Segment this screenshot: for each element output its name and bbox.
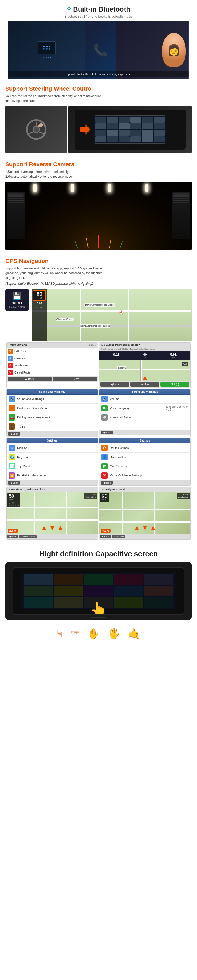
nav-avoidances[interactable]: ⚠ Avoidances (6, 362, 98, 369)
map-left-display: 50 km/h 24 km Avg speed 23 km destinatio… (6, 492, 98, 534)
route-metrics: 0:28 40 km 5.91 km (99, 352, 191, 360)
route-detail-buttons: ◀Back ⋯More Go! (6) (99, 381, 191, 388)
route-detail-panel: 1-Y Dachno-Meshchersky proezd= Meshchers… (99, 342, 191, 388)
settings-row-display[interactable]: 🖥 Display (6, 443, 98, 453)
touch-hand-icon: 👆 (90, 601, 108, 615)
bluetooth-subtitle: Bluetooth call / phone book / Bluetooth … (8, 14, 189, 18)
route-back-button[interactable]: ◀Back (100, 382, 129, 387)
avoidances-icon: ⚠ (8, 363, 13, 368)
map-left-hud: 50 km/h 24 km Avg speed (7, 493, 21, 508)
side-camera-right (172, 192, 191, 239)
reverse-camera-image (5, 181, 192, 250)
settings-row-driving[interactable]: 🚗 Driving time management (6, 413, 98, 422)
map-right-bottom-bar: ◀Back 23 km · fast (99, 534, 191, 539)
nav-overview[interactable]: ⊞ Overview (6, 355, 98, 362)
steering-desc: You can control the car multimedia from … (5, 94, 192, 103)
back-button[interactable]: ◀Back (8, 377, 52, 382)
reverse-section: Support Reverse Camera 1.Support reversi… (0, 157, 197, 254)
map-nav-left-panel: » Tverskaya Ul, Sadovoe Kol'tso 50 km/h … (6, 487, 98, 539)
sound-left-back-button[interactable]: ◀Back (8, 432, 20, 436)
sound-right-back-bar: ◀Back (99, 430, 191, 435)
map-right-back-button[interactable]: ◀Back (100, 535, 111, 538)
settings-left-panel: Settings 🖥 Display 🌍 Regional 📊 Trip Mon… (6, 438, 98, 486)
voice-lang-icon: 🗣 (102, 405, 108, 411)
route-detail-header: 1-Y Dachno-Meshchersky proezd= Meshchers… (99, 342, 191, 352)
map-right-arrows: ↑ ↓ ↑ (135, 526, 155, 533)
settings-left-back-bar: ◀Back (6, 480, 98, 485)
map-right-background: 6D km/h 23 km destination ↑ (99, 492, 191, 534)
sound-warnings-right-header: Sound and Warnings (99, 389, 191, 395)
advanced-icon: ⚙ (102, 414, 108, 420)
touch-gesture-hand-icon: ✋ (87, 628, 100, 640)
volume-icon: 🔉 (102, 396, 108, 402)
settings-row-voice-lang[interactable]: 🗣 Voice Language English (US) - Amyv1.5 (99, 404, 191, 413)
map-background: Davit Agmashenebeli Street Chavdze Stree… (32, 289, 192, 341)
reverse-point2: 2.Reverse automatically enter the revers… (5, 174, 192, 179)
bluetooth-icon: ⚲ (67, 6, 71, 13)
bluetooth-title: ⚲ Built-in Bluetooth (8, 5, 189, 13)
bluetooth-section: ⚲ Built-in Bluetooth Bluetooth call / ph… (0, 0, 197, 81)
settings-row-volume[interactable]: 🔉 Volume (99, 395, 191, 404)
trip-icon: 📊 (9, 463, 15, 469)
settings-right-panel: Settings 🗺 Route Settings 👤 User profile… (99, 438, 191, 486)
street-label-3: Davit Agmashenebeli Street (79, 325, 110, 328)
gps-desc: Support both online and off-line navi ap… (5, 266, 192, 280)
map-settings-icon: 🗺 (102, 463, 108, 469)
settings-row-sound[interactable]: 🔊 Sound and Warnings (6, 395, 98, 404)
sound-right-back-button[interactable]: ◀Back (101, 431, 113, 434)
settings-row-bandwidth[interactable]: 📶 Bandwidth Management (6, 471, 98, 480)
settings-row-regional[interactable]: 🌍 Regional (6, 453, 98, 462)
distance-label-right: 450 m (101, 529, 111, 533)
settings-right-back-button[interactable]: ◀Back (101, 481, 113, 485)
map-left-bottom-bar: ◀Back 24 km/h · 23 km (6, 534, 98, 539)
arrow-right-icon (58, 526, 62, 530)
display-icon: 🖥 (9, 445, 15, 451)
touch-gesture-spread-icon: 🖐 (108, 628, 120, 640)
steering-section: Support Steering Wheel Coutrol You can c… (0, 81, 197, 157)
driving-icon: 🚗 (9, 414, 15, 420)
storage-icon: 💾 (8, 291, 26, 300)
settings-row-quickmenu[interactable]: ☰ Customize Quick Menu (6, 404, 98, 413)
regional-icon: 🌍 (9, 454, 15, 460)
nav-cancel-route[interactable]: ✕ Cancel Route (6, 369, 98, 376)
side-camera-left (6, 192, 25, 239)
settings-left-back-button[interactable]: ◀Back (8, 481, 20, 485)
route-mini-map: Moskva Fast (99, 360, 191, 381)
nav-edit-route[interactable]: ✎ Edit Route (6, 348, 98, 355)
arrow-down-icon (50, 526, 54, 530)
more-button[interactable]: ⋯More (53, 377, 97, 382)
settings-right-back-bar: ◀Back (99, 480, 191, 485)
cancel-route-icon: ✕ (8, 370, 13, 375)
sound-left-back-bar: ◀Back (6, 431, 98, 436)
bandwidth-icon: 📶 (9, 472, 15, 479)
touch-gesture-point-icon: ☞ (71, 628, 79, 640)
map-left-back-button[interactable]: ◀Back (7, 535, 18, 538)
route-options-body: ✎ Edit Route ⊞ Overview ⚠ Avoidances ✕ C… (6, 348, 98, 376)
route-more-button[interactable]: ⋯More (130, 382, 159, 387)
map-right-hud: 6D km/h (100, 493, 109, 502)
street-label-2: Chavdze Street (56, 318, 73, 321)
speed-display: 80 100 (33, 290, 46, 301)
steering-right-image (68, 106, 192, 153)
settings-row-user-profiles[interactable]: 👤 User profiles (99, 453, 191, 462)
go-button[interactable]: Go! (6) (160, 382, 189, 387)
bluetooth-image: ● ● ● ● ● 📞 👩 Support Bluetooth calls fo… (8, 21, 189, 79)
sound-icon: 🔊 (9, 396, 15, 402)
settings-row-advanced[interactable]: ⚙ Advanced Settings (99, 413, 191, 422)
settings-row-map[interactable]: 🗺 Map Settings (99, 462, 191, 471)
steering-wheel-icon (26, 119, 47, 140)
edit-route-icon: ✎ (8, 348, 13, 354)
map-nav-right-panel: » Zvenigorodskoe Sh. 6D km/h 23 km (99, 487, 191, 539)
touch-gesture-swipe-icon: ☟ (57, 628, 63, 640)
settings-right-header: Settings (99, 438, 191, 443)
settings-row-traffic[interactable]: 🚦 Traffic (6, 422, 98, 431)
steering-images (5, 106, 192, 153)
settings-row-route[interactable]: 🗺 Route Settings (99, 443, 191, 453)
gps-title: GPS Navigation (5, 258, 192, 264)
settings-row-visual[interactable]: 👁 Visual Guidance Settings (99, 471, 191, 480)
overview-icon: ⊞ (8, 356, 13, 361)
settings-row-trip[interactable]: 📊 Trip Monitor (6, 462, 98, 471)
arrow-r-right-icon (151, 526, 155, 530)
route-options-panel: Route Options 33 km ✎ Edit Route ⊞ Overv… (6, 342, 98, 388)
sound-warnings-left-header: Sound and Warnings (6, 389, 98, 395)
